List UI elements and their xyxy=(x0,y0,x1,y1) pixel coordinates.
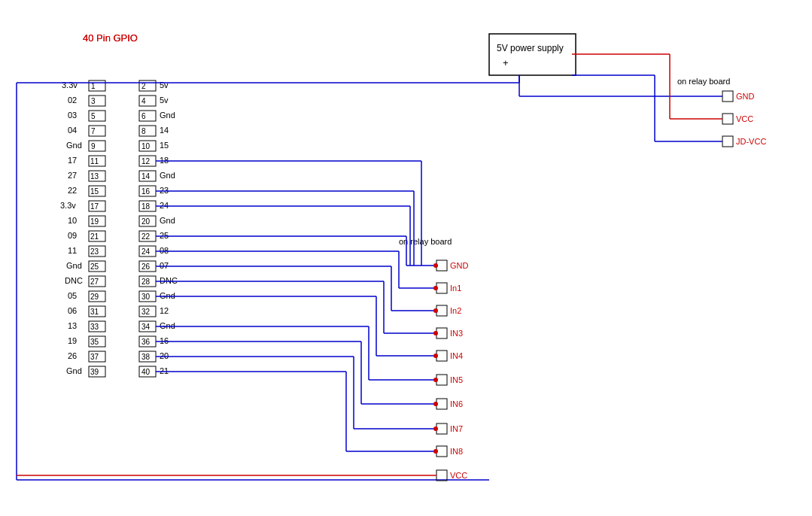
power-supply-label: 5V power supply xyxy=(497,43,564,53)
svg-text:DNC: DNC xyxy=(160,276,178,285)
svg-rect-127 xyxy=(436,328,447,338)
svg-text:30: 30 xyxy=(141,293,151,301)
power-supply-plus: + xyxy=(503,57,509,68)
svg-text:37: 37 xyxy=(90,353,99,361)
svg-text:Gnd: Gnd xyxy=(160,291,175,300)
svg-text:29: 29 xyxy=(90,293,99,301)
svg-text:06: 06 xyxy=(68,306,77,315)
relay-in1-label: In1 xyxy=(450,284,461,293)
relay-top-jdvcc-label: JD-VCC xyxy=(736,137,766,146)
svg-text:10: 10 xyxy=(68,216,77,225)
svg-text:5v: 5v xyxy=(160,80,169,90)
svg-text:21: 21 xyxy=(90,232,99,241)
svg-text:5: 5 xyxy=(91,112,96,120)
svg-rect-124 xyxy=(436,260,447,271)
svg-text:32: 32 xyxy=(141,308,151,316)
svg-text:4: 4 xyxy=(141,97,146,105)
svg-text:28: 28 xyxy=(141,278,151,286)
svg-text:10: 10 xyxy=(141,142,151,150)
svg-text:38: 38 xyxy=(141,353,151,361)
relay-top-vcc-label: VCC xyxy=(736,114,753,123)
relay-board-top-label: on relay board xyxy=(677,77,730,86)
svg-text:36: 36 xyxy=(141,338,151,346)
relay-in8-label: IN8 xyxy=(450,447,463,456)
svg-text:08: 08 xyxy=(160,246,169,255)
svg-text:26: 26 xyxy=(68,351,77,360)
svg-text:18: 18 xyxy=(141,202,151,211)
svg-rect-130 xyxy=(436,399,447,409)
svg-rect-133 xyxy=(436,470,447,481)
svg-text:22: 22 xyxy=(141,232,151,241)
svg-text:40: 40 xyxy=(141,368,151,376)
relay-in6-label: IN6 xyxy=(450,399,463,408)
svg-text:11: 11 xyxy=(68,246,77,255)
svg-text:19: 19 xyxy=(90,217,99,226)
svg-text:8: 8 xyxy=(141,127,146,135)
relay-in3-label: IN3 xyxy=(450,329,463,338)
svg-text:14: 14 xyxy=(141,172,151,181)
svg-point-151 xyxy=(433,286,438,290)
svg-text:9: 9 xyxy=(91,142,96,150)
svg-text:20: 20 xyxy=(141,217,151,226)
svg-text:07: 07 xyxy=(160,261,169,270)
svg-rect-122 xyxy=(722,114,733,124)
svg-text:27: 27 xyxy=(90,278,99,286)
svg-text:Gnd: Gnd xyxy=(160,111,175,120)
svg-text:19: 19 xyxy=(68,336,77,345)
svg-point-167 xyxy=(433,378,438,382)
svg-rect-126 xyxy=(436,305,447,316)
svg-text:11: 11 xyxy=(90,157,99,165)
svg-rect-121 xyxy=(722,91,733,102)
svg-text:12: 12 xyxy=(160,306,169,315)
svg-text:17: 17 xyxy=(90,202,99,211)
svg-text:26: 26 xyxy=(141,263,151,271)
svg-rect-131 xyxy=(436,423,447,434)
svg-text:15: 15 xyxy=(160,141,169,150)
svg-text:Gnd: Gnd xyxy=(66,261,82,270)
svg-text:02: 02 xyxy=(68,96,77,105)
svg-text:35: 35 xyxy=(90,338,99,346)
svg-rect-129 xyxy=(436,375,447,385)
svg-text:04: 04 xyxy=(68,126,77,135)
svg-text:23: 23 xyxy=(90,247,99,256)
relay-in5-label: IN5 xyxy=(450,375,463,384)
svg-text:Gnd: Gnd xyxy=(66,141,82,150)
svg-text:13: 13 xyxy=(90,172,99,181)
svg-text:39: 39 xyxy=(90,368,99,376)
svg-text:23: 23 xyxy=(160,186,169,195)
pin-label: 3.3v xyxy=(62,80,78,90)
svg-text:DNC: DNC xyxy=(65,276,83,285)
relay-in7-label: IN7 xyxy=(450,424,463,433)
svg-point-171 xyxy=(433,402,438,406)
svg-text:27: 27 xyxy=(68,171,77,180)
svg-text:25: 25 xyxy=(90,263,99,271)
relay-top-gnd-label: GND xyxy=(736,92,755,101)
svg-text:14: 14 xyxy=(160,126,169,135)
svg-text:03: 03 xyxy=(68,111,77,120)
svg-text:09: 09 xyxy=(68,231,77,240)
svg-text:13: 13 xyxy=(68,321,77,330)
svg-text:Gnd: Gnd xyxy=(160,321,175,330)
svg-text:Gnd: Gnd xyxy=(160,171,175,180)
svg-text:05: 05 xyxy=(68,291,77,300)
svg-text:25: 25 xyxy=(160,231,169,240)
svg-text:18: 18 xyxy=(160,156,169,165)
svg-rect-120 xyxy=(489,34,576,75)
svg-rect-128 xyxy=(436,351,447,361)
relay-vcc-label: VCC xyxy=(450,471,467,480)
svg-text:15: 15 xyxy=(90,187,99,196)
relay-gnd-label: GND xyxy=(450,261,469,270)
relay-in2-label: In2 xyxy=(450,306,461,315)
svg-point-147 xyxy=(433,263,438,268)
svg-point-175 xyxy=(433,426,438,431)
gpio-title-text: 40 Pin GPIO xyxy=(83,32,138,44)
svg-text:6: 6 xyxy=(141,112,146,120)
relay-in4-label: IN4 xyxy=(450,351,463,360)
svg-text:34: 34 xyxy=(141,323,151,331)
svg-point-159 xyxy=(433,331,438,335)
svg-rect-123 xyxy=(722,136,733,147)
svg-rect-132 xyxy=(436,446,447,457)
svg-text:31: 31 xyxy=(90,308,99,316)
svg-text:24: 24 xyxy=(141,247,151,256)
svg-text:Gnd: Gnd xyxy=(160,216,175,225)
